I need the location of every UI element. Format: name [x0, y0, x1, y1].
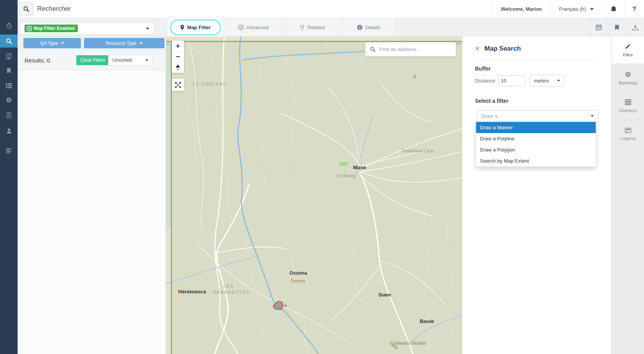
option-draw-a-marker[interactable]: Draw a Marker [476, 122, 596, 133]
notifications-button[interactable] [602, 0, 624, 18]
map-label: Le Bourg [337, 173, 355, 178]
filter-placeholder: Draw a... [481, 113, 501, 119]
tab-legend[interactable]: Legend [612, 120, 644, 148]
arches-app: Welcome, Marion Français (fr) ? Map Filt… [0, 0, 644, 354]
remove-filter-icon [27, 26, 32, 31]
chevron-down-icon [591, 115, 594, 117]
results-panel: QA Type Resource Type Results: 0 Clear F… [18, 36, 166, 354]
map-filter-enabled-badge[interactable]: Map Filter Enabled [25, 25, 78, 32]
tab-overlays[interactable]: Overlays [612, 92, 644, 120]
resource-type-filter-button[interactable]: Resource Type [84, 38, 164, 48]
map-label: LES [223, 284, 234, 288]
results-count: Results: 0 [25, 57, 50, 64]
chevron-down-icon [557, 80, 560, 82]
help-button[interactable]: ? [624, 0, 644, 18]
fork-icon [300, 25, 305, 30]
map-tiles: A LE CHÂTEAU Ferienhaus Lana Mase Le Bou… [166, 36, 462, 354]
map-label: Ossona [289, 270, 307, 276]
buffer-distance-row: Distance meters [475, 75, 564, 87]
map-label: GRANGETTES [213, 290, 250, 295]
buffer-heading: Buffer [475, 66, 491, 72]
option-search-by-map-extent[interactable]: Search by Map Extent [476, 155, 596, 166]
chevron-down-icon [61, 42, 64, 44]
map-attribution-fragment: A [167, 42, 169, 46]
term-filters-row: QA Type Resource Type [18, 36, 166, 51]
panel-title: Map Search [485, 45, 521, 53]
south-arrow-icon [176, 68, 180, 71]
global-search-input[interactable] [37, 5, 306, 13]
saved-searches-button[interactable] [608, 18, 626, 36]
north-arrow-icon [176, 64, 180, 68]
sort-select[interactable]: Unsorted [108, 55, 153, 66]
tab-map-filter[interactable]: Map Filter [168, 18, 224, 36]
menu-icon[interactable] [0, 144, 18, 157]
chevron-down-icon [146, 28, 149, 30]
geocoder-search[interactable] [365, 42, 456, 56]
map-label: Baule [420, 318, 434, 324]
map-label: Hérémence [178, 289, 206, 295]
time-filter-button[interactable] [589, 18, 608, 36]
map-label: LE CHÂTEAU [193, 82, 227, 86]
profile-icon[interactable] [0, 124, 18, 137]
search-icon[interactable] [19, 2, 33, 16]
distance-label: Distance [475, 78, 495, 84]
tab-basemap[interactable]: Basemap [612, 64, 644, 92]
welcome-user[interactable]: Welcome, Marion [492, 0, 550, 18]
sidebar-divider [0, 141, 18, 142]
pencil-icon [625, 43, 631, 49]
geography-globe-icon[interactable] [0, 94, 18, 107]
bookmark-icon [614, 25, 619, 30]
map-search-panel: ✕ Map Search Buffer Distance meters Sele… [462, 36, 611, 354]
active-filters-select[interactable]: Map Filter Enabled [20, 22, 154, 35]
geocoder-input[interactable] [379, 46, 444, 52]
results-header: Results: 0 Clear Filters Unsorted [18, 51, 166, 70]
buffer-unit-select[interactable]: meters [530, 75, 564, 87]
fullscreen-button[interactable] [172, 79, 184, 91]
select-filter-heading: Select a filter [475, 98, 508, 104]
fullscreen-icon [175, 82, 181, 88]
zoom-in-button[interactable]: + [172, 41, 184, 51]
main-sidebar [0, 0, 18, 354]
zoom-out-button[interactable]: − [172, 51, 184, 62]
clear-filters-button[interactable]: Clear Filters [76, 55, 110, 65]
tab-filtre[interactable]: Filtre [612, 36, 644, 64]
chevron-down-icon [590, 8, 594, 10]
spatial-filter-select[interactable]: Draw a... [477, 110, 598, 122]
tab-advanced[interactable]: Advanced [224, 18, 283, 36]
map-label: Ossona [291, 278, 306, 283]
search-toolbar: Map Filter Enabled Map Filter Advanced R… [18, 18, 644, 36]
distance-input[interactable] [498, 75, 525, 86]
export-button[interactable] [626, 18, 644, 36]
cards-icon[interactable] [0, 79, 18, 92]
chevron-down-icon [140, 42, 143, 44]
topbar: Welcome, Marion Français (fr) ? [18, 0, 644, 18]
bell-icon [610, 6, 617, 13]
download-icon [632, 25, 638, 30]
check-circle-icon [238, 25, 244, 30]
inventory-icon[interactable] [0, 109, 18, 122]
results-list-empty [18, 70, 166, 354]
qa-type-filter-button[interactable]: QA Type [23, 38, 81, 48]
tab-details[interactable]: Details [342, 18, 396, 36]
language-selector[interactable]: Français (fr) [550, 0, 602, 18]
map-zoom-controls: + − [172, 41, 184, 73]
option-draw-a-polygon[interactable]: Draw a Polygon [476, 144, 596, 155]
bookmarks-icon[interactable] [0, 64, 18, 77]
spatial-filter-dropdown: Draw a Marker Draw a Polyline Draw a Pol… [476, 122, 596, 167]
close-panel-icon[interactable]: ✕ [475, 45, 480, 52]
search-nav-icon[interactable] [0, 35, 18, 48]
option-draw-a-polyline[interactable]: Draw a Polyline [476, 133, 596, 144]
recent-activity-icon[interactable] [0, 19, 18, 32]
image-icon [625, 128, 631, 133]
panel-divider [475, 60, 598, 61]
calendar-icon [596, 24, 602, 30]
map-tools-tabs: Filtre Basemap Overlays Legend [611, 36, 644, 354]
globe-icon [625, 71, 631, 77]
map-canvas[interactable]: A LE CHÂTEAU Ferienhaus Lana Mase Le Bou… [166, 36, 462, 354]
chevron-down-icon [145, 59, 148, 61]
resources-icon[interactable] [0, 49, 18, 63]
map-label: Edelweiss Market [390, 341, 427, 346]
compass-button[interactable] [172, 62, 184, 73]
tab-related[interactable]: Related [283, 18, 342, 36]
map-label: Mase [353, 165, 366, 170]
